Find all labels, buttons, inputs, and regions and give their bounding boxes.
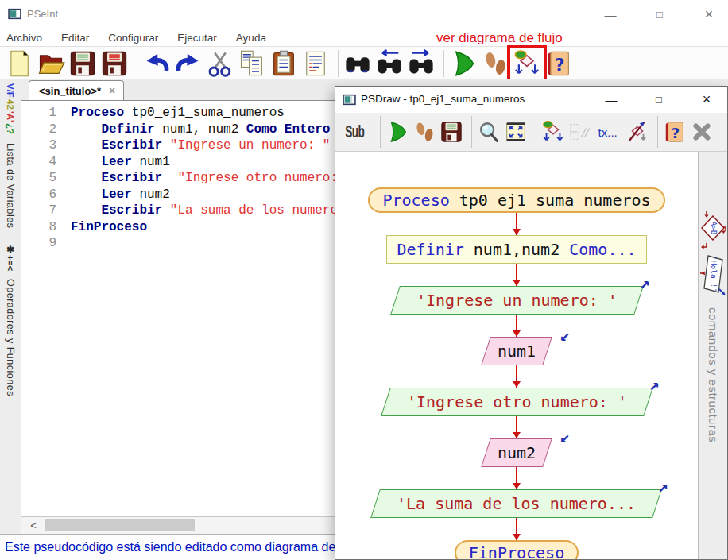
find-prev-icon[interactable] xyxy=(375,49,404,78)
pseint-app-icon xyxy=(8,7,21,21)
help-icon[interactable]: ? xyxy=(663,120,687,144)
save-as-icon[interactable] xyxy=(100,49,129,78)
screen: PSeInt — □ × ArchivoEditarConfigurarEjec… xyxy=(0,0,728,560)
arrowhead-icon xyxy=(513,483,521,489)
menu-editar[interactable]: Editar xyxy=(61,32,89,44)
psdraw-app-icon xyxy=(343,93,356,106)
decision-shape-icon[interactable]: A>B xyxy=(699,210,727,249)
main-toolbar: ? xyxy=(0,46,728,79)
line-number: 4 xyxy=(21,154,71,171)
new-file-icon[interactable] xyxy=(5,49,33,78)
run-icon[interactable] xyxy=(385,120,409,144)
flow-node-input[interactable]: num1↙ xyxy=(481,337,552,365)
sidebar-item-variables[interactable]: Lista de Variables xyxy=(5,143,16,228)
flow-connector-arrow xyxy=(516,416,517,438)
tab-label: <sin_titulo>* xyxy=(39,85,101,97)
step-run-icon[interactable] xyxy=(481,49,509,78)
save-icon[interactable] xyxy=(68,49,97,78)
flowchart-icon[interactable] xyxy=(541,120,565,144)
variables-types-icon[interactable]: V/F42'A'¿? xyxy=(6,83,15,137)
zoom-icon[interactable] xyxy=(477,120,501,144)
tab-close-icon[interactable]: × xyxy=(109,84,115,97)
flow-node-terminal[interactable]: FinProceso xyxy=(455,540,579,559)
line-number: 3 xyxy=(21,137,71,154)
step-run-icon[interactable] xyxy=(412,120,436,144)
menu-ejecutar[interactable]: Ejecutar xyxy=(177,32,217,44)
edit-flow-icon[interactable] xyxy=(625,120,649,144)
undo-icon[interactable] xyxy=(142,49,171,78)
line-number: 5 xyxy=(21,170,71,187)
close-icon[interactable]: × xyxy=(701,6,717,23)
format-source-icon[interactable] xyxy=(301,49,330,78)
svg-text:?: ? xyxy=(672,125,680,141)
save-icon[interactable] xyxy=(440,120,463,144)
toolbar-separator xyxy=(338,50,339,77)
type-glyph: 42 xyxy=(6,99,15,110)
left-panel: V/F42'A'¿? Lista de Variables ✱+=< Opera… xyxy=(0,79,21,534)
menu-configurar[interactable]: Configurar xyxy=(108,32,158,44)
close-x-icon[interactable] xyxy=(690,120,714,144)
comment-disabled-icon[interactable]: // xyxy=(568,120,592,144)
svg-text:?: ? xyxy=(555,55,564,75)
line-number: 1 xyxy=(21,105,71,122)
open-file-icon[interactable] xyxy=(37,49,65,78)
copy-icon[interactable] xyxy=(238,49,266,78)
line-code: Leer num2 xyxy=(71,187,170,203)
redo-icon[interactable] xyxy=(174,49,203,78)
line-number: 7 xyxy=(21,203,71,219)
flow-node-process[interactable]: Definir num1,num2 Como... xyxy=(386,235,646,264)
flow-connector-arrow xyxy=(516,467,517,489)
commands-panel[interactable]: A>B 'Hola !' comandos y estructuras xyxy=(698,152,727,559)
find-icon[interactable] xyxy=(343,49,372,78)
flowchart-canvas[interactable]: Proceso tp0 ej1 suma numerosDefinir num1… xyxy=(335,152,727,559)
psdraw-minimize-icon[interactable]: — xyxy=(603,93,619,106)
arrowhead-icon xyxy=(513,229,521,235)
line-code: Escribir "Ingrese otro numero: " xyxy=(71,170,353,187)
flow-node-output[interactable]: 'Ingrese un numero: '↗ xyxy=(390,286,644,315)
subprocess-button[interactable]: Sub xyxy=(345,122,364,142)
type-glyph: ✱+=< xyxy=(5,244,16,271)
menu-ayuda[interactable]: Ayuda xyxy=(236,32,266,44)
flow-node-output[interactable]: 'Ingrese otro numero: '↗ xyxy=(381,388,653,416)
text-tool-button[interactable]: tx... xyxy=(595,126,621,139)
flow-node-terminal[interactable]: Proceso tp0 ej1 suma numeros xyxy=(368,187,664,213)
line-code: FinProceso xyxy=(71,219,147,236)
line-number: 6 xyxy=(21,187,71,203)
flowchart-canvas-column: Proceso tp0 ej1 suma numerosDefinir num1… xyxy=(335,152,698,559)
output-indicator-icon: ↗ xyxy=(659,478,669,495)
input-indicator-icon: ↙ xyxy=(560,429,570,446)
menu-archivo[interactable]: Archivo xyxy=(6,32,42,44)
scroll-left-icon[interactable]: < xyxy=(26,519,41,533)
flow-node-input[interactable]: num2↙ xyxy=(481,438,552,467)
tab-sin-titulo[interactable]: <sin_titulo>* × xyxy=(29,80,124,100)
toolbar-separator xyxy=(657,116,658,148)
flow-connector-arrow xyxy=(516,213,517,235)
psdraw-maximize-icon[interactable]: □ xyxy=(651,94,667,106)
commands-panel-label[interactable]: comandos y estructuras xyxy=(707,307,720,442)
flowchart-icon[interactable] xyxy=(513,49,541,78)
line-code: Definir num1, num2 Como Entero xyxy=(71,122,330,138)
fit-window-icon[interactable] xyxy=(504,120,528,144)
line-number: 2 xyxy=(21,122,71,138)
flow-connector-arrow xyxy=(516,365,517,388)
scrollbar-thumb[interactable] xyxy=(45,519,195,531)
help-icon[interactable]: ? xyxy=(544,49,573,78)
line-code: Escribir "Ingrese un numero: " xyxy=(71,137,330,154)
operators-icon[interactable]: ✱+=< xyxy=(5,244,16,272)
toolbar-separator xyxy=(137,50,137,77)
output-indicator-icon: ↗ xyxy=(649,377,660,393)
maximize-icon[interactable]: □ xyxy=(652,9,668,21)
flow-node-output[interactable]: 'La suma de los numero...↗ xyxy=(371,489,663,518)
run-icon[interactable] xyxy=(449,49,478,78)
toolbar-separator xyxy=(471,116,472,148)
psdraw-close-icon[interactable]: × xyxy=(699,91,714,108)
output-shape-icon[interactable]: 'Hola !' xyxy=(699,253,726,296)
cut-icon[interactable] xyxy=(206,49,234,78)
paste-icon[interactable] xyxy=(269,49,298,78)
minimize-icon[interactable]: — xyxy=(602,8,618,21)
arrowhead-icon xyxy=(513,330,521,337)
sidebar-item-operators[interactable]: Operadores y Funciones xyxy=(5,279,16,396)
output-indicator-icon: ↗ xyxy=(640,275,650,292)
arrowhead-icon xyxy=(513,280,521,286)
find-next-icon[interactable] xyxy=(407,49,436,78)
